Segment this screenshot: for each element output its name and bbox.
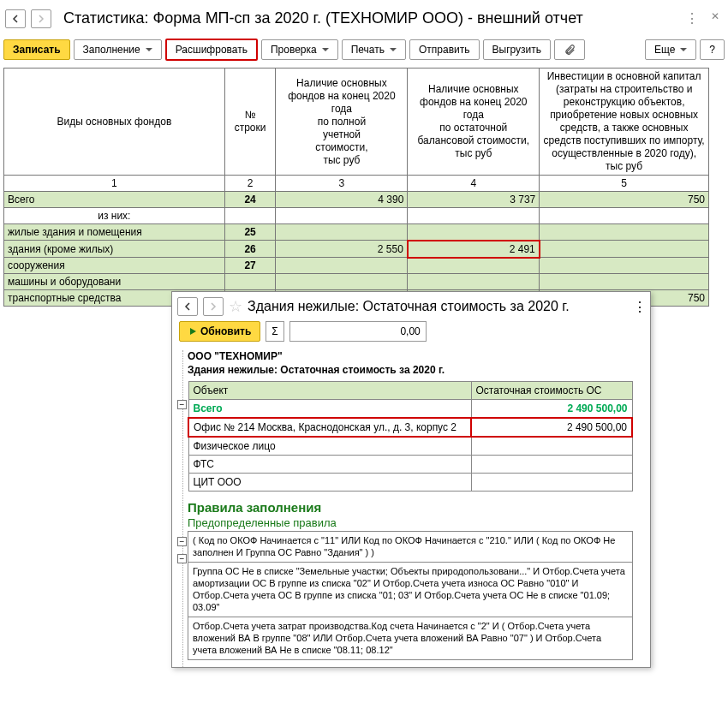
row-name: Всего: [4, 192, 225, 208]
toolbar: Записать Заполнение Расшифровать Проверк…: [3, 37, 725, 66]
colnum: 3: [276, 176, 408, 192]
col-header-5: Инвестиции в основной капитал (затраты н…: [540, 69, 709, 176]
col-header-num: № строки: [224, 69, 276, 176]
cell[interactable]: [276, 258, 408, 274]
cell[interactable]: 3 737: [408, 192, 540, 208]
cell[interactable]: [540, 274, 709, 290]
cell: [408, 208, 540, 224]
colnum: 1: [4, 176, 225, 192]
row-name: жилые здания и помещения: [4, 224, 225, 241]
fill-button[interactable]: Заполнение: [74, 39, 162, 60]
popup-back-button[interactable]: [177, 297, 198, 310]
cell[interactable]: [408, 258, 540, 274]
cell-highlight[interactable]: 2 491: [408, 241, 540, 258]
cell[interactable]: [408, 274, 540, 290]
cell[interactable]: [408, 224, 540, 241]
col-header-kind: Виды основных фондов: [4, 69, 225, 176]
cell[interactable]: [276, 224, 408, 241]
popup-fwd-button[interactable]: [203, 297, 224, 310]
cell[interactable]: 2 550: [276, 241, 408, 258]
colnum: 4: [408, 176, 540, 192]
cell[interactable]: 750: [540, 192, 709, 208]
row-name: машины и оборудовани: [4, 274, 225, 290]
row-num: 24: [224, 192, 276, 208]
star-icon[interactable]: ☆: [229, 297, 242, 310]
kebab-icon[interactable]: ⋮: [682, 7, 701, 30]
col-header-3: Наличие основных фондов на конец 2020 го…: [276, 69, 408, 176]
colnum: 2: [224, 176, 276, 192]
page-title: Статистика: Форма МП-сп за 2020 г. (ТЕХН…: [63, 9, 677, 27]
row-name: здания (кроме жилых): [4, 241, 225, 258]
row-num: [224, 208, 276, 224]
row-num: 27: [224, 258, 276, 274]
attach-button[interactable]: [554, 39, 585, 60]
colnum: 5: [540, 176, 709, 192]
decode-button[interactable]: Расшифровать: [165, 39, 258, 61]
cell[interactable]: [540, 241, 709, 258]
nav-fwd-button[interactable]: [31, 9, 51, 28]
cell: [276, 208, 408, 224]
cell: [540, 208, 709, 224]
col-header-4: Наличие основных фондов на конец 2020 го…: [408, 69, 540, 176]
cell[interactable]: [276, 274, 408, 290]
popup-title: Здания нежилые: Остаточная стоимость за …: [248, 299, 628, 310]
unload-button[interactable]: Выгрузить: [483, 39, 552, 60]
cell[interactable]: [540, 224, 709, 241]
cell[interactable]: [540, 258, 709, 274]
send-button[interactable]: Отправить: [409, 39, 480, 60]
help-button[interactable]: ?: [700, 39, 725, 60]
popup-window: ☆ Здания нежилые: Остаточная стоимость з…: [171, 291, 651, 310]
cell[interactable]: 4 390: [276, 192, 408, 208]
print-button[interactable]: Печать: [342, 39, 406, 60]
close-icon[interactable]: ✕: [707, 7, 723, 30]
row-name: сооружения: [4, 258, 225, 274]
save-button[interactable]: Записать: [3, 39, 70, 60]
row-num: 26: [224, 241, 276, 258]
check-button[interactable]: Проверка: [261, 39, 338, 60]
row-num: 25: [224, 224, 276, 241]
row-num: [224, 274, 276, 290]
main-grid: Виды основных фондов № строки Наличие ос…: [3, 68, 709, 307]
popup-kebab-icon[interactable]: ⋮: [633, 299, 645, 311]
more-button[interactable]: Еще: [645, 39, 696, 60]
nav-back-button[interactable]: [5, 9, 26, 28]
row-name: из них:: [4, 208, 225, 224]
